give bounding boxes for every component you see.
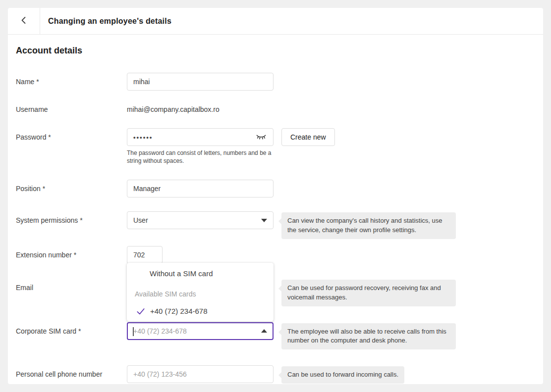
password-helper-text: The password can consist of letters, num… bbox=[127, 149, 274, 165]
extension-input[interactable] bbox=[127, 246, 163, 264]
dropdown-option-sim[interactable]: +40 (72) 234-678 bbox=[127, 301, 274, 321]
password-input[interactable]: •••••• bbox=[127, 128, 274, 146]
corporate-sim-value: +40 (72) 234-678 bbox=[133, 327, 187, 335]
name-input[interactable] bbox=[127, 73, 274, 91]
email-label: Email bbox=[16, 279, 127, 296]
personal-phone-label: Personal cell phone number bbox=[16, 365, 127, 383]
back-button[interactable] bbox=[8, 8, 40, 34]
dropdown-option-without-sim[interactable]: Without a SIM card bbox=[127, 264, 274, 284]
email-row: Email Can be used for password recovery,… bbox=[16, 279, 535, 306]
page-header: Changing an employee's details bbox=[8, 8, 543, 35]
username-row: Username mihai@company.capitalbox.ro bbox=[16, 100, 535, 118]
system-permissions-label: System permissions * bbox=[16, 211, 127, 229]
name-row: Name * bbox=[16, 73, 535, 91]
position-label: Position * bbox=[16, 180, 127, 197]
corporate-sim-input[interactable]: +40 (72) 234-678 bbox=[127, 322, 274, 340]
position-input[interactable] bbox=[127, 180, 274, 197]
email-tooltip: Can be used for password recovery, recei… bbox=[281, 280, 456, 306]
password-row: Password * •••••• bbox=[16, 128, 535, 165]
position-row: Position * bbox=[16, 180, 535, 197]
corporate-sim-dropdown: Without a SIM card Available SIM cards +… bbox=[127, 263, 274, 321]
system-permissions-value: User bbox=[133, 216, 148, 224]
personal-phone-tooltip: Can be used to forward incoming calls. bbox=[281, 366, 404, 384]
extension-label: Extension number * bbox=[16, 246, 127, 264]
password-masked-value: •••••• bbox=[133, 134, 153, 141]
corporate-sim-row: Corporate SIM card * Without a SIM card … bbox=[16, 322, 535, 350]
system-permissions-tooltip: Can view the company's call history and … bbox=[281, 212, 456, 239]
password-visibility-toggle[interactable] bbox=[255, 130, 267, 144]
eye-off-icon bbox=[255, 130, 267, 144]
personal-phone-row: Personal cell phone number Can be used t… bbox=[16, 365, 535, 384]
employee-details-card: Changing an employee's details Account d… bbox=[8, 8, 543, 384]
text-cursor bbox=[133, 327, 134, 336]
caret-down-icon bbox=[261, 219, 267, 222]
dropdown-option-sim-label: +40 (72) 234-678 bbox=[150, 307, 208, 315]
corporate-sim-tooltip: The employee will also be able to receiv… bbox=[281, 323, 456, 350]
system-permissions-row: System permissions * User Can view the c… bbox=[16, 211, 535, 239]
password-label: Password * bbox=[16, 128, 127, 146]
form-content: Account details Name * Username mihai@co… bbox=[8, 35, 543, 384]
extension-row: Extension number * bbox=[16, 246, 535, 264]
create-new-password-button[interactable]: Create new bbox=[281, 128, 335, 146]
chevron-left-icon bbox=[18, 14, 30, 28]
caret-up-icon bbox=[261, 329, 267, 333]
checkmark-icon bbox=[136, 306, 146, 316]
system-permissions-select[interactable]: User bbox=[127, 211, 274, 229]
personal-phone-input[interactable] bbox=[127, 365, 274, 383]
username-value: mihai@company.capitalbox.ro bbox=[127, 100, 274, 118]
dropdown-group-label: Available SIM cards bbox=[127, 287, 274, 301]
page-title: Changing an employee's details bbox=[40, 8, 171, 34]
corporate-sim-label: Corporate SIM card * bbox=[16, 322, 127, 340]
name-label: Name * bbox=[16, 73, 127, 91]
username-label: Username bbox=[16, 100, 127, 118]
section-heading: Account details bbox=[16, 46, 535, 56]
